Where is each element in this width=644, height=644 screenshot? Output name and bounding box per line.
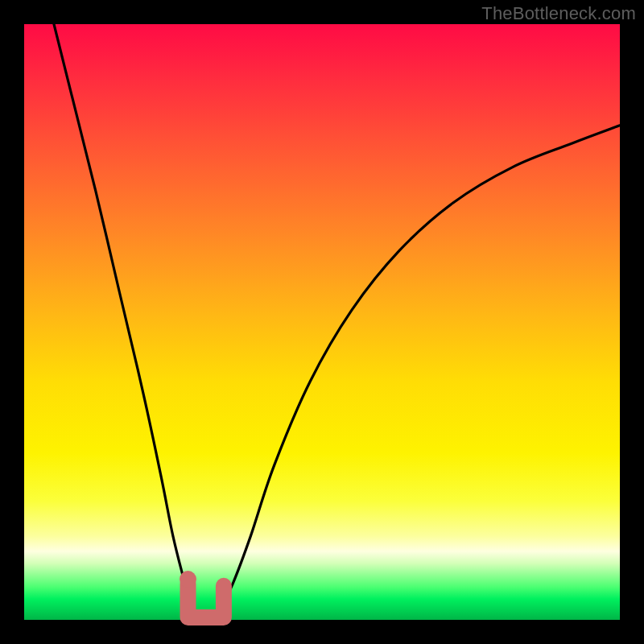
highlight-marker-dot	[180, 571, 196, 588]
plot-area	[24, 24, 620, 620]
chart-svg	[0, 0, 644, 644]
watermark-text: TheBottleneck.com	[481, 3, 636, 24]
chart-frame: { "watermark": "TheBottleneck.com", "lay…	[0, 0, 644, 644]
